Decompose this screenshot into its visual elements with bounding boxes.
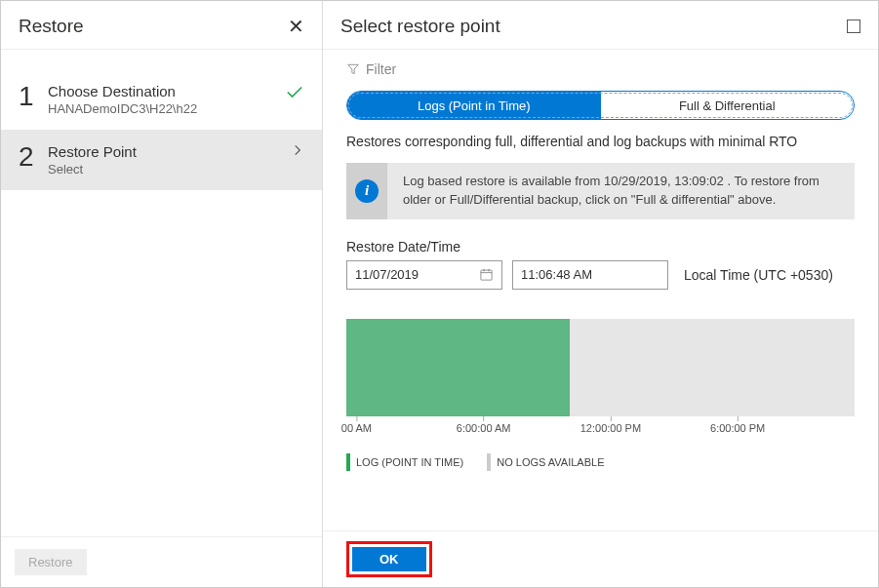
check-icon — [285, 83, 304, 102]
funnel-icon — [346, 62, 360, 76]
step-restore-point[interactable]: 2 Restore Point Select — [1, 130, 322, 190]
timeline-segment-nologs — [570, 319, 855, 416]
right-panel: Select restore point Filter Logs (Point … — [323, 1, 878, 587]
timezone-label: Local Time (UTC +0530) — [684, 267, 833, 283]
timeline-segment-logs — [346, 319, 570, 416]
step-choose-destination[interactable]: 1 Choose Destination HANADemoIDC3\H22\h2… — [1, 69, 322, 130]
right-body: Filter Logs (Point in Time) Full & Diffe… — [323, 50, 878, 530]
chevron-right-icon — [291, 143, 304, 157]
info-text: Log based restore is available from 10/2… — [387, 163, 855, 219]
filter-button[interactable]: Filter — [346, 61, 855, 77]
tick-label: 00 AM — [341, 422, 372, 434]
steps-list: 1 Choose Destination HANADemoIDC3\H22\h2… — [1, 50, 322, 536]
step-title: Choose Destination — [48, 83, 285, 99]
tick-label: 6:00:00 PM — [710, 422, 765, 434]
right-title: Select restore point — [340, 16, 500, 37]
date-value: 11/07/2019 — [355, 267, 419, 282]
left-header: Restore ✕ — [1, 1, 322, 50]
ok-button-highlight: OK — [346, 541, 432, 577]
right-header: Select restore point — [323, 1, 878, 50]
calendar-icon — [479, 267, 494, 282]
tick-label: 12:00:00 PM — [580, 422, 641, 434]
legend-swatch-green — [346, 453, 350, 471]
timeline-bar[interactable] — [346, 319, 855, 416]
description-text: Restores corresponding full, differentia… — [346, 134, 855, 149]
left-footer: Restore — [1, 536, 322, 587]
time-input[interactable]: 11:06:48 AM — [512, 260, 668, 290]
tab-full-differential[interactable]: Full & Differential — [601, 92, 855, 119]
date-input[interactable]: 11/07/2019 — [346, 260, 502, 290]
timeline-axis: 00 AM 6:00:00 AM 12:00:00 PM 6:00:00 PM — [346, 422, 855, 442]
step-number: 1 — [19, 83, 48, 110]
ok-button[interactable]: OK — [352, 547, 426, 571]
datetime-row: 11/07/2019 11:06:48 AM Local Time (UTC +… — [346, 260, 855, 290]
step-title: Restore Point — [48, 143, 291, 160]
legend-nolog: NO LOGS AVAILABLE — [487, 453, 604, 471]
legend-label: NO LOGS AVAILABLE — [497, 456, 604, 468]
legend-swatch-gray — [487, 453, 491, 471]
svg-rect-0 — [481, 270, 492, 280]
legend-label: LOG (POINT IN TIME) — [356, 456, 463, 468]
maximize-icon[interactable] — [847, 20, 860, 33]
right-footer: OK — [323, 530, 878, 587]
timeline-chart: 00 AM 6:00:00 AM 12:00:00 PM 6:00:00 PM … — [346, 319, 855, 471]
info-box: i Log based restore is available from 10… — [346, 163, 855, 219]
step-number: 2 — [19, 143, 48, 171]
restore-type-tabs: Logs (Point in Time) Full & Differential — [346, 91, 855, 120]
filter-label: Filter — [366, 61, 396, 77]
legend-log: LOG (POINT IN TIME) — [346, 453, 463, 471]
step-subtitle: Select — [48, 162, 291, 176]
time-value: 11:06:48 AM — [521, 267, 592, 282]
tick-label: 6:00:00 AM — [457, 422, 511, 434]
step-subtitle: HANADemoIDC3\H22\h22 — [48, 101, 285, 116]
close-icon[interactable]: ✕ — [288, 15, 304, 38]
datetime-label: Restore Date/Time — [346, 239, 855, 255]
tab-logs[interactable]: Logs (Point in Time) — [347, 92, 601, 119]
left-panel: Restore ✕ 1 Choose Destination HANADemoI… — [1, 1, 323, 587]
restore-button[interactable]: Restore — [15, 549, 87, 575]
left-title: Restore — [19, 16, 84, 37]
timeline-legend: LOG (POINT IN TIME) NO LOGS AVAILABLE — [346, 453, 855, 471]
info-icon: i — [346, 163, 387, 219]
